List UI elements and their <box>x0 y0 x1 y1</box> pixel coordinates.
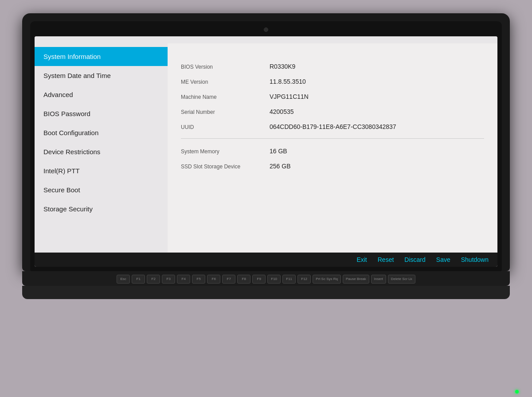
sidebar-item-advanced[interactable]: Advanced <box>35 85 168 104</box>
info-divider <box>181 138 484 139</box>
key-f5[interactable]: F5 <box>192 275 205 284</box>
camera-bar <box>35 26 497 34</box>
key-f1[interactable]: F1 <box>132 275 145 284</box>
exit-button[interactable]: Exit <box>356 256 367 263</box>
key-prt-sc[interactable]: Prt Sc Sys Rq <box>313 275 341 284</box>
keyboard-row-fn: EscF1F2F3F4F5F6F7F8F9F10F11F12Prt Sc Sys… <box>31 275 501 284</box>
info-row: System Memory16 GB <box>181 148 484 155</box>
shutdown-button[interactable]: Shutdown <box>461 256 489 263</box>
key-pause[interactable]: Pause Break <box>343 275 369 284</box>
power-led <box>515 390 519 393</box>
keyboard-area: EscF1F2F3F4F5F6F7F8F9F10F11F12Prt Sc Sys… <box>22 271 510 286</box>
info-value: 4200535 <box>270 108 294 115</box>
reset-button[interactable]: Reset <box>378 256 394 263</box>
bios-main: System InformationSystem Date and TimeAd… <box>35 43 497 253</box>
info-table: BIOS VersionR0330K9ME Version11.8.55.351… <box>181 63 484 170</box>
info-row: Serial Number4200535 <box>181 108 484 115</box>
info-label: Serial Number <box>181 109 270 115</box>
key-f10[interactable]: F10 <box>267 275 281 284</box>
screen: System InformationSystem Date and TimeAd… <box>35 36 497 267</box>
info-label: Machine Name <box>181 94 270 100</box>
info-value: R0330K9 <box>270 63 295 70</box>
key-f2[interactable]: F2 <box>147 275 160 284</box>
key-f11[interactable]: F11 <box>282 275 296 284</box>
sidebar-item-boot-configuration[interactable]: Boot Configuration <box>35 123 168 142</box>
key-f4[interactable]: F4 <box>177 275 190 284</box>
info-row: BIOS VersionR0330K9 <box>181 63 484 70</box>
sidebar-item-secure-boot[interactable]: Secure Boot <box>35 180 168 199</box>
info-label: System Memory <box>181 148 270 155</box>
key-delete[interactable]: Delete Scr Lk <box>388 275 415 284</box>
info-label: BIOS Version <box>181 64 270 70</box>
sidebar: System InformationSystem Date and TimeAd… <box>35 43 168 253</box>
info-value: 064CDD60-B179-11E8-A6E7-CC3080342837 <box>270 123 396 130</box>
info-label: ME Version <box>181 79 270 85</box>
key-f12[interactable]: F12 <box>297 275 311 284</box>
key-esc[interactable]: Esc <box>117 275 130 284</box>
discard-button[interactable]: Discard <box>404 256 425 263</box>
info-row: Machine NameVJPG11C11N <box>181 93 484 100</box>
info-label: SSD Slot Storage Device <box>181 163 270 170</box>
bios-footer: ExitResetDiscardSaveShutdown <box>35 253 497 267</box>
sidebar-item-system-information[interactable]: System Information <box>35 47 168 66</box>
sidebar-item-device-restrictions[interactable]: Device Restrictions <box>35 142 168 161</box>
camera-dot <box>264 27 268 32</box>
key-f8[interactable]: F8 <box>237 275 250 284</box>
key-f7[interactable]: F7 <box>222 275 235 284</box>
info-value: 256 GB <box>270 163 290 170</box>
key-insert[interactable]: Insert <box>371 275 386 284</box>
key-f3[interactable]: F3 <box>162 275 175 284</box>
info-value: VJPG11C11N <box>270 93 309 100</box>
info-row: SSD Slot Storage Device256 GB <box>181 163 484 170</box>
content-area: BIOS VersionR0330K9ME Version11.8.55.351… <box>168 43 497 253</box>
info-label: UUID <box>181 124 270 130</box>
info-value: 11.8.55.3510 <box>270 78 306 85</box>
bios-header <box>35 36 497 43</box>
screen-bezel: System InformationSystem Date and TimeAd… <box>30 21 502 271</box>
sidebar-item-bios-password[interactable]: BIOS Password <box>35 104 168 123</box>
key-f9[interactable]: F9 <box>252 275 266 284</box>
save-button[interactable]: Save <box>436 256 450 263</box>
key-f6[interactable]: F6 <box>207 275 220 284</box>
laptop-outer: System InformationSystem Date and TimeAd… <box>22 13 510 271</box>
sidebar-item-intel-ptt[interactable]: Intel(R) PTT <box>35 161 168 180</box>
laptop-bottom <box>22 286 510 299</box>
bios-container: System InformationSystem Date and TimeAd… <box>35 36 497 267</box>
info-row: UUID064CDD60-B179-11E8-A6E7-CC3080342837 <box>181 123 484 130</box>
info-row: ME Version11.8.55.3510 <box>181 78 484 85</box>
sidebar-item-storage-security[interactable]: Storage Security <box>35 199 168 218</box>
info-value: 16 GB <box>270 148 287 155</box>
sidebar-item-system-date-time[interactable]: System Date and Time <box>35 66 168 85</box>
